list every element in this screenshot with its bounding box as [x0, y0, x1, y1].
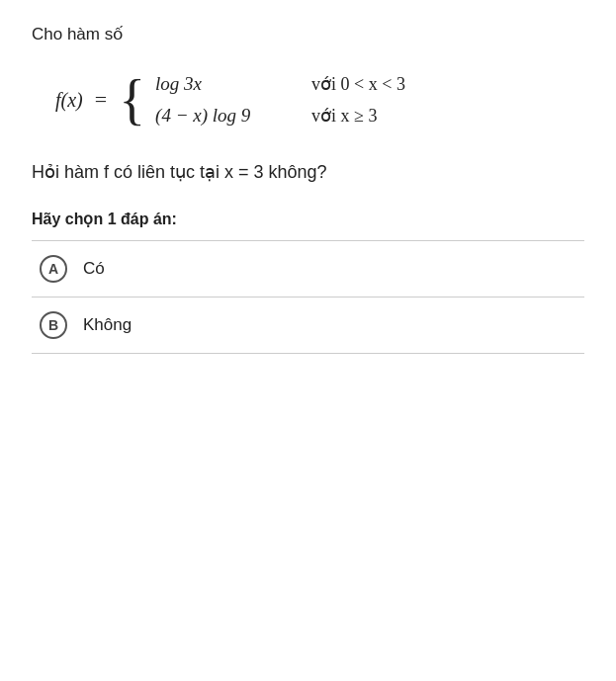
choose-label: Hãy chọn 1 đáp án: [32, 210, 584, 241]
option-item-a[interactable]: ACó [32, 241, 584, 298]
case-row-1: log 3x với 0 < x < 3 [155, 73, 405, 95]
option-circle-b: B [40, 311, 67, 339]
options-list: ACóBKhông [32, 241, 584, 354]
question-text: Hỏi hàm f có liên tục tại x = 3 không? [32, 159, 584, 186]
function-label: f(x) [55, 89, 83, 112]
piecewise-cases: log 3x với 0 < x < 3 (4 − x) log 9 với x… [155, 73, 405, 127]
case1-expr: log 3x [155, 73, 264, 95]
case2-condition: với x ≥ 3 [311, 105, 377, 127]
case-row-2: (4 − x) log 9 với x ≥ 3 [155, 105, 405, 127]
option-label-b: Không [83, 315, 132, 335]
case1-condition: với 0 < x < 3 [311, 73, 405, 95]
option-circle-a: A [40, 255, 67, 283]
option-label-a: Có [83, 259, 105, 279]
option-item-b[interactable]: BKhông [32, 298, 584, 354]
equals-sign: = [95, 87, 107, 113]
intro-text: Cho hàm số [32, 24, 584, 44]
math-formula: f(x) = { log 3x với 0 < x < 3 (4 − x) lo… [55, 72, 584, 128]
left-brace: { [119, 72, 145, 128]
case2-expr: (4 − x) log 9 [155, 105, 264, 127]
